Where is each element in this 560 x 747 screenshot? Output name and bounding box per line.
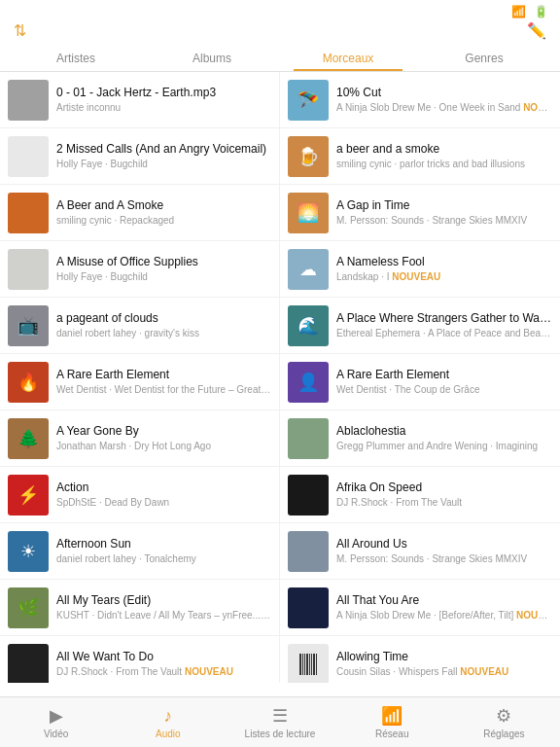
bottom-tab-reglages[interactable]: ⚙ Réglages bbox=[448, 697, 560, 747]
reseau-icon: 📶 bbox=[381, 705, 402, 727]
song-title: A Beer and A Smoke bbox=[56, 198, 271, 214]
song-info: A Misuse of Office Supplies Holly Faye ·… bbox=[56, 255, 271, 283]
song-item[interactable]: All Around Us M. Persson: Sounds · Stran… bbox=[280, 523, 560, 580]
song-item[interactable]: A Beer and A Smoke smiling cynic · Repac… bbox=[0, 185, 280, 241]
song-item[interactable]: ☀ Afternoon Sun daniel robert lahey · To… bbox=[0, 523, 280, 580]
song-title: Ablaclohestia bbox=[336, 424, 552, 440]
song-item[interactable]: 🌅 A Gap in Time M. Persson: Sounds · Str… bbox=[280, 185, 560, 241]
song-info: 2 Missed Calls (And an Angry Voicemail) … bbox=[56, 142, 271, 170]
song-title: 2 Missed Calls (And an Angry Voicemail) bbox=[56, 142, 271, 158]
song-info: A Gap in Time M. Persson: Sounds · Stran… bbox=[336, 198, 552, 227]
top-tab-bar: Artistes Albums Morceaux Genres bbox=[0, 44, 560, 72]
nouveau-badge: NOUVEAU bbox=[460, 666, 508, 677]
song-title: A Rare Earth Element bbox=[56, 368, 271, 383]
song-meta: Cousin Silas · Whispers Fall NOUVEAU bbox=[336, 665, 552, 678]
edit-icon[interactable]: ✏️ bbox=[527, 21, 546, 40]
song-title: Allowing Time bbox=[336, 650, 552, 665]
song-meta: DJ R.Shock · From The Vault bbox=[336, 496, 552, 509]
song-thumbnail bbox=[8, 80, 49, 121]
song-item[interactable]: Allowing Time Cousin Silas · Whispers Fa… bbox=[280, 636, 560, 683]
nouveau-badge: NOUVEAU bbox=[523, 102, 552, 113]
song-title: A Place Where Strangers Gather to Watch … bbox=[336, 311, 552, 327]
tab-artistes[interactable]: Artistes bbox=[8, 44, 144, 71]
song-info: Afternoon Sun daniel robert lahey · Tona… bbox=[56, 537, 271, 565]
battery-icon: 🔋 bbox=[534, 5, 548, 18]
song-info: All We Want To Do DJ R.Shock · From The … bbox=[56, 650, 271, 678]
song-title: All My Tears (Edit) bbox=[56, 593, 271, 609]
shuffle-icon[interactable]: ⇅ bbox=[14, 21, 26, 40]
song-item[interactable]: 🔥 A Rare Earth Element Wet Dentist · Wet… bbox=[0, 354, 280, 410]
song-item[interactable]: All That You Are A Ninja Slob Drew Me · … bbox=[280, 580, 560, 636]
song-item[interactable]: 👤 A Rare Earth Element Wet Dentist · The… bbox=[280, 354, 560, 410]
song-item[interactable]: A Misuse of Office Supplies Holly Faye ·… bbox=[0, 241, 280, 298]
song-thumbnail: 🌊 bbox=[288, 305, 329, 346]
song-meta: daniel robert lahey · gravity's kiss bbox=[56, 327, 271, 339]
song-item[interactable]: 🪂 10% Cut A Ninja Slob Drew Me · One Wee… bbox=[280, 72, 560, 128]
song-meta: Wet Dentist · Wet Dentist for the Future… bbox=[56, 383, 271, 396]
song-meta: Wet Dentist · The Coup de Grâce bbox=[336, 383, 552, 396]
song-thumbnail: ☀ bbox=[8, 531, 49, 572]
song-title: a beer and a smoke bbox=[336, 142, 552, 158]
song-item[interactable]: 🌿 All My Tears (Edit) KUSHT · Didn't Lea… bbox=[0, 580, 280, 636]
song-item[interactable]: 🍺 a beer and a smoke smiling cynic · par… bbox=[280, 128, 560, 185]
song-thumbnail bbox=[8, 193, 49, 233]
song-meta: smiling cynic · Repackaged bbox=[56, 214, 271, 227]
song-meta: Landskap · I NOUVEAU bbox=[336, 270, 552, 283]
wifi-icon: 📶 bbox=[511, 5, 526, 18]
song-thumbnail bbox=[288, 418, 329, 459]
song-item[interactable]: 2 Missed Calls (And an Angry Voicemail) … bbox=[0, 128, 280, 185]
song-title: a pageant of clouds bbox=[56, 311, 271, 327]
song-meta: KUSHT · Didn't Leave / All My Tears – yn… bbox=[56, 609, 271, 622]
song-item[interactable]: 📺 a pageant of clouds daniel robert lahe… bbox=[0, 298, 280, 354]
song-item[interactable]: All We Want To Do DJ R.Shock · From The … bbox=[0, 636, 280, 683]
song-meta: smiling cynic · parlor tricks and bad il… bbox=[336, 158, 552, 170]
song-thumbnail: 🌅 bbox=[288, 193, 329, 233]
song-meta: Holly Faye · Bugchild bbox=[56, 158, 271, 170]
song-meta: daniel robert lahey · Tonalchemy bbox=[56, 552, 271, 565]
status-bar: 📶 🔋 bbox=[0, 0, 560, 21]
bottom-tab-reseau[interactable]: 📶 Réseau bbox=[336, 697, 448, 747]
bottom-tab-video[interactable]: ▶ Vidéo bbox=[0, 697, 112, 747]
bottom-tab-audio[interactable]: ♪ Audio bbox=[112, 697, 224, 747]
song-title: All We Want To Do bbox=[56, 650, 271, 665]
video-label: Vidéo bbox=[44, 729, 68, 739]
tab-genres[interactable]: Genres bbox=[416, 44, 552, 71]
song-item[interactable]: 🌊 A Place Where Strangers Gather to Watc… bbox=[280, 298, 560, 354]
song-item[interactable]: 0 - 01 - Jack Hertz - Earth.mp3 Artiste … bbox=[0, 72, 280, 128]
song-info: All That You Are A Ninja Slob Drew Me · … bbox=[336, 593, 552, 622]
song-info: A Rare Earth Element Wet Dentist · The C… bbox=[336, 368, 552, 396]
song-title: Afternoon Sun bbox=[56, 537, 271, 552]
song-info: A Nameless Fool Landskap · I NOUVEAU bbox=[336, 255, 552, 283]
song-meta: M. Persson: Sounds · Strange Skies MMXIV bbox=[336, 552, 552, 565]
song-thumbnail bbox=[288, 587, 329, 628]
nouveau-badge: NOUVEAU bbox=[392, 271, 440, 282]
song-meta: Holly Faye · Bugchild bbox=[56, 270, 271, 283]
song-info: A Year Gone By Jonathan Marsh · Dry Hot … bbox=[56, 424, 271, 452]
song-item[interactable]: ☁ A Nameless Fool Landskap · I NOUVEAU bbox=[280, 241, 560, 298]
song-item[interactable]: ⚡ Action SpDhStE · Dead By Dawn bbox=[0, 467, 280, 523]
song-title: A Year Gone By bbox=[56, 424, 271, 440]
song-title: A Rare Earth Element bbox=[336, 368, 552, 383]
listes-label: Listes de lecture bbox=[245, 729, 316, 739]
song-thumbnail: 🌲 bbox=[8, 418, 49, 459]
song-info: A Beer and A Smoke smiling cynic · Repac… bbox=[56, 198, 271, 227]
song-thumbnail bbox=[8, 136, 49, 177]
song-title: Action bbox=[56, 480, 271, 496]
bottom-tab-listes[interactable]: ☰ Listes de lecture bbox=[224, 697, 335, 747]
song-thumbnail bbox=[8, 249, 49, 290]
song-info: Action SpDhStE · Dead By Dawn bbox=[56, 480, 271, 509]
song-info: A Rare Earth Element Wet Dentist · Wet D… bbox=[56, 368, 271, 396]
song-info: 0 - 01 - Jack Hertz - Earth.mp3 Artiste … bbox=[56, 86, 271, 114]
song-meta: Ethereal Ephemera · A Place of Peace and… bbox=[336, 327, 552, 339]
song-thumbnail: ☁ bbox=[288, 249, 329, 290]
song-thumbnail: 📺 bbox=[8, 305, 49, 346]
song-item[interactable]: Afrika On Speed DJ R.Shock · From The Va… bbox=[280, 467, 560, 523]
song-thumbnail: 🌿 bbox=[8, 587, 49, 628]
song-item[interactable]: 🌲 A Year Gone By Jonathan Marsh · Dry Ho… bbox=[0, 410, 280, 467]
tab-morceaux[interactable]: Morceaux bbox=[280, 44, 416, 71]
song-info: A Place Where Strangers Gather to Watch … bbox=[336, 311, 552, 339]
song-item[interactable]: Ablaclohestia Gregg Plummer and Andre We… bbox=[280, 410, 560, 467]
audio-label: Audio bbox=[156, 729, 181, 739]
song-meta: Jonathan Marsh · Dry Hot Long Ago bbox=[56, 440, 271, 452]
tab-albums[interactable]: Albums bbox=[144, 44, 280, 71]
